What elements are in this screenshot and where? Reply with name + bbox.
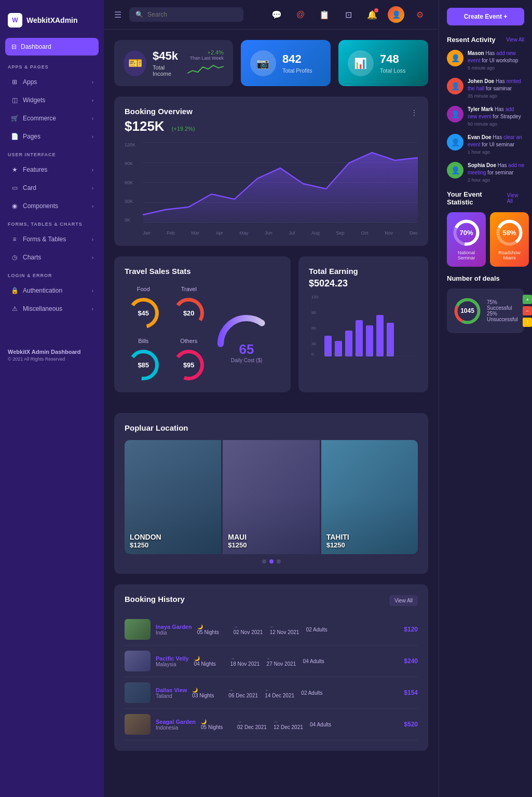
seagal-checkin-icon: → (237, 719, 268, 724)
carousel-dot-2[interactable] (269, 559, 274, 564)
activity-evan: 👤 Evan Doe Has clear an event for UI sem… (447, 134, 524, 155)
components-label: Components (23, 202, 58, 210)
svg-text:0: 0 (311, 352, 314, 356)
booking-row-dallas: Dallas View Tailand 🌙 03 Nights → 06 Dec… (125, 677, 418, 709)
bills-donut: $85 (127, 348, 160, 382)
svg-text:Aug: Aug (386, 352, 393, 356)
calendar-icon[interactable]: 📋 (316, 6, 333, 23)
dallas-checkout: ← 14 Dec 2021 (265, 688, 296, 698)
recent-activity-view-all[interactable]: View All (506, 37, 524, 43)
roadshow-label: Roadshow Miami (495, 250, 524, 260)
pacific-checkout-icon: ← (267, 656, 298, 661)
travel-stats-card: Travel Sales Stats Food (114, 256, 291, 392)
auth-icon: 🔒 (10, 286, 19, 295)
booking-chart: 120K90K60K30K0K (125, 142, 418, 236)
seagal-adults-val: 04 Adults (310, 722, 341, 727)
menu-icon[interactable]: ☰ (114, 10, 121, 20)
sidebar: W WebkitXAdmin ⊟ Dashboard APPS & PAGES … (0, 0, 104, 797)
deals-total: 1045 (453, 297, 482, 325)
dashboard-icon: ⊟ (11, 43, 17, 50)
stat-card-loss: 📊 748 Total Loss (338, 40, 428, 86)
notification-icon[interactable]: 🔔 (364, 6, 380, 23)
ecommerce-icon: 🛒 (10, 114, 19, 122)
sidebar-item-authentication[interactable]: 🔒Authentication › (3, 282, 101, 299)
dallas-nights-val: 03 Nights (192, 693, 223, 698)
seagal-thumb (125, 714, 151, 735)
sidebar-item-features[interactable]: ★Features › (3, 161, 101, 178)
inaya-checkout-val: 12 Nov 2021 (270, 629, 301, 635)
pacific-checkout: ← 27 Nov 2021 (267, 656, 298, 667)
misc-label: Miscellaneous (23, 305, 62, 312)
ecommerce-label: Ecommerce (23, 115, 56, 122)
dallas-country: Tailand (156, 693, 187, 699)
sidebar-item-widgets[interactable]: ◫Widgets › (3, 91, 101, 109)
booking-row-inaya: Inaya Garden India 🌙 05 Nights → 02 Nov … (125, 614, 418, 645)
sidebar-item-charts[interactable]: ◷Charts › (3, 249, 101, 266)
booking-menu-icon[interactable]: ⋮ (411, 108, 418, 117)
sidebar-item-misc[interactable]: ⚠Miscellaneous › (3, 300, 101, 318)
deals-add-icon[interactable]: + (523, 295, 532, 304)
create-event-button[interactable]: Create Event + (447, 8, 524, 25)
booking-history-view-all[interactable]: View All (389, 595, 418, 606)
deals-successful: 75% Successful (487, 299, 517, 311)
food-donut: $45 (127, 296, 160, 330)
sidebar-section-forms: FORMS, TABLES & CHARTS (0, 215, 104, 230)
svg-text:Jun: Jun (365, 352, 371, 356)
auth-label: Authentication (23, 287, 62, 294)
chat-icon[interactable]: 💬 (268, 6, 285, 23)
inaya-info: Inaya Garden India (156, 624, 192, 636)
fullscreen-icon[interactable]: ⊡ (340, 6, 357, 23)
sidebar-item-apps[interactable]: ⊞Apps › (3, 73, 101, 91)
search-input[interactable] (147, 11, 237, 18)
user-avatar[interactable]: 👤 (388, 6, 404, 23)
location-london: LONDON $1250 (125, 440, 221, 554)
svg-rect-18 (356, 320, 363, 356)
inaya-checkin: → 02 Nov 2021 (234, 624, 265, 635)
income-sparkline (187, 63, 224, 77)
food-label: Food (137, 286, 150, 292)
charts-label: Charts (23, 254, 41, 261)
email-icon[interactable]: @ (292, 6, 309, 23)
pacific-country: Malaysia (156, 662, 189, 667)
seagal-name: Seagal Garden (156, 719, 196, 725)
deals-remove-icon[interactable]: − (523, 306, 532, 315)
sidebar-item-dashboard[interactable]: ⊟ Dashboard (5, 38, 99, 56)
event-statistic-view-all[interactable]: View All (507, 193, 524, 204)
deals-info-icon[interactable]: ! (523, 318, 532, 327)
food-value: $45 (127, 296, 160, 330)
deals-action-icons: + − ! (523, 295, 532, 327)
settings-icon[interactable]: ⚙ (412, 6, 428, 23)
svg-text:Feb: Feb (324, 352, 331, 356)
pacific-checkin-icon: → (230, 656, 262, 661)
dallas-nights: 🌙 03 Nights (192, 688, 223, 698)
earning-amount: $5024.23 (309, 278, 418, 289)
svg-text:60: 60 (311, 326, 316, 331)
inaya-nights: 🌙 05 Nights (197, 624, 228, 635)
inaya-adults-val: 02 Adults (306, 627, 337, 633)
svg-rect-19 (366, 325, 373, 356)
seagal-price: $520 (404, 721, 418, 728)
pacific-checkout-val: 27 Nov 2021 (267, 661, 298, 667)
svg-rect-21 (387, 323, 394, 356)
loss-icon: 📊 (348, 50, 374, 76)
sidebar-item-card[interactable]: ▭Card › (3, 179, 101, 197)
inaya-thumb (125, 619, 151, 640)
tahiti-name: TAHITI (326, 533, 349, 541)
stat-card-profits: 📷 842 Total Profits (241, 40, 331, 86)
income-text: $45k Total Income (153, 49, 181, 77)
profits-icon: 📷 (250, 50, 276, 76)
sidebar-logo: W WebkitXAdmin (0, 8, 104, 38)
income-icon: 🎫 (124, 50, 146, 76)
sidebar-item-forms-tables[interactable]: ≡Forms & Tables › (3, 230, 101, 248)
popular-location-card: Popluar Location LONDON $1250 MAUI $1250 (114, 413, 428, 574)
sidebar-item-components[interactable]: ◉Components › (3, 197, 101, 215)
carousel-dot-1[interactable] (262, 559, 266, 564)
sidebar-item-ecommerce[interactable]: 🛒Ecommerce › (3, 109, 101, 127)
sophia-activity-text: Sophia Doe Has add ne meeting for semina… (468, 162, 524, 183)
carousel-dot-3[interactable] (277, 559, 281, 564)
chart-x-labels: JanFebMarAprMayJunJulAugSepOctNovDec (143, 230, 418, 236)
maui-name: MAUI (228, 533, 247, 541)
income-growth-label: Than Last Week (187, 56, 224, 61)
misc-chevron-icon: › (92, 306, 93, 312)
sidebar-item-pages[interactable]: 📄Pages › (3, 128, 101, 145)
